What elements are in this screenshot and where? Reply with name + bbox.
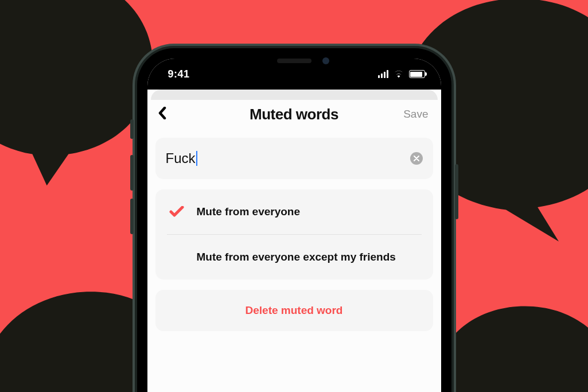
- text-caret: [196, 151, 197, 166]
- option-mute-except-friends[interactable]: Mute from everyone except my friends: [155, 235, 433, 280]
- content: Fuck Mute from everyone: [147, 129, 441, 331]
- page-title: Muted words: [250, 106, 338, 123]
- side-button: [130, 119, 134, 139]
- option-label: Mute from everyone except my friends: [197, 251, 396, 263]
- side-button: [130, 155, 134, 191]
- phone-screen: 9:41 Muted words Save Fuck: [147, 59, 441, 392]
- battery-icon: [409, 70, 425, 78]
- muted-word-input-card: Fuck: [155, 138, 433, 179]
- cellular-icon: [378, 70, 388, 78]
- back-button[interactable]: [158, 107, 167, 122]
- check-slot: [169, 206, 184, 218]
- sheet-edge: [151, 90, 438, 100]
- option-label: Mute from everyone: [197, 205, 301, 218]
- phone-notch: [226, 48, 363, 71]
- checkmark-icon: [169, 206, 184, 218]
- side-button: [455, 164, 458, 219]
- stage: 9:41 Muted words Save Fuck: [0, 0, 588, 392]
- delete-muted-word-button[interactable]: Delete muted word: [155, 290, 433, 331]
- chevron-left-icon: [158, 107, 167, 119]
- input-value: Fuck: [166, 150, 196, 166]
- mute-scope-options: Mute from everyone Mute from everyone ex…: [155, 189, 433, 280]
- close-icon: [414, 156, 419, 161]
- option-mute-everyone[interactable]: Mute from everyone: [155, 189, 433, 234]
- phone-frame: 9:41 Muted words Save Fuck: [137, 48, 451, 392]
- muted-word-input[interactable]: Fuck: [166, 150, 403, 166]
- side-button: [130, 199, 134, 234]
- nav-header: Muted words Save: [147, 100, 441, 129]
- clear-input-button[interactable]: [410, 152, 423, 165]
- status-time: 9:41: [168, 68, 190, 80]
- status-icons: [378, 70, 425, 78]
- delete-label: Delete muted word: [246, 304, 343, 317]
- save-button[interactable]: Save: [403, 108, 428, 121]
- wifi-icon: [393, 70, 404, 78]
